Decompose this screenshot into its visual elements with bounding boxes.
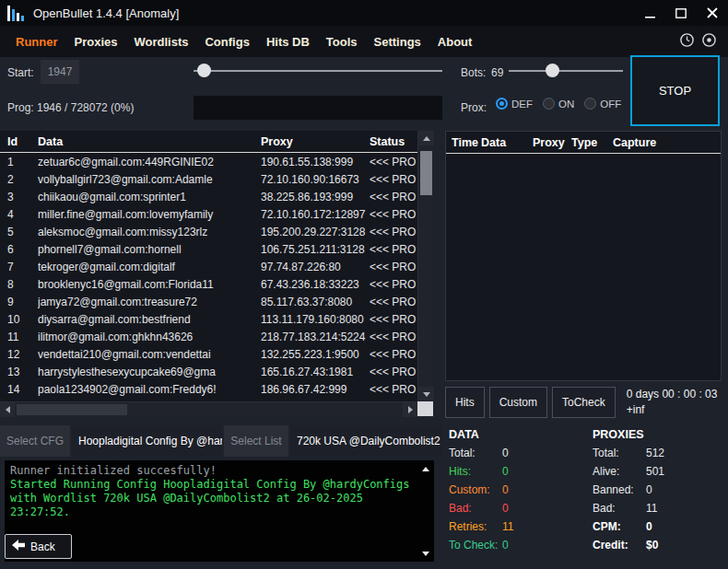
horizontal-scrollbar[interactable] (0, 401, 417, 416)
data-table: IdDataProxyStatus 1zetuar6c@gmail.com:44… (0, 131, 433, 416)
scroll-left-icon[interactable] (0, 402, 15, 417)
log-line: Runner initialized succesfully! (10, 464, 419, 478)
progress-label: Prog: 1946 / 728072 (0%) (7, 101, 134, 114)
close-icon[interactable] (697, 0, 728, 26)
log-scroll-up-icon[interactable] (420, 464, 431, 473)
prox-radio-on[interactable]: ON (543, 98, 574, 110)
table-row[interactable]: 5aleksmoc@gmail.com:missy123rlz195.200.2… (7, 224, 417, 241)
window-title: OpenBullet 1.4.4 [Anomaly] (33, 6, 179, 20)
menu-item-configs[interactable]: Configs (196, 29, 257, 54)
stat-bad: Bad:11 (593, 499, 726, 517)
cell-proxy: 186.96.67.42:999 (261, 381, 370, 399)
log-scroll-down-icon[interactable] (420, 549, 431, 558)
column-header-data[interactable]: Data (38, 135, 261, 148)
cell-data: ilitmor@gmail.com:ghkhn43626 (38, 329, 261, 346)
column-header-status[interactable]: Status (370, 135, 417, 148)
camera-icon[interactable] (701, 32, 717, 52)
column-header-id[interactable]: Id (7, 135, 38, 148)
scrollbar-thumb[interactable] (420, 151, 432, 195)
slider-thumb[interactable] (197, 64, 211, 77)
stat-cpm: CPM:0 (593, 517, 726, 536)
config-name: Hoopladigital Config By @har (72, 425, 222, 457)
vertical-scrollbar[interactable] (417, 131, 433, 401)
cell-status: <<< PRO (370, 381, 417, 399)
cell-proxy: 97.74.87.226:80 (261, 259, 370, 276)
cell-id: 4 (7, 206, 38, 224)
menu-item-settings[interactable]: Settings (366, 29, 429, 54)
start-input[interactable]: 1947 (41, 60, 79, 84)
cell-status: <<< PRO (370, 259, 417, 276)
stat-alive: Alive:501 (593, 462, 726, 481)
hits-tab[interactable]: Hits (445, 387, 485, 418)
select-cfg-button[interactable]: Select CFG (0, 425, 70, 457)
wordlist-name: 720k USA @DailyCombolist2 (290, 425, 442, 457)
cell-id: 8 (7, 276, 38, 294)
column-header-proxy[interactable]: Proxy (533, 136, 571, 149)
table-row[interactable]: 6phornell7@gmail.com:hornell106.75.251.2… (7, 241, 417, 259)
table-row[interactable]: 12vendettai210@gmail.com:vendettai132.25… (7, 346, 417, 364)
column-header-time[interactable]: Time (452, 136, 481, 149)
cell-id: 13 (7, 364, 38, 381)
column-header-data[interactable]: Data (481, 136, 533, 149)
radio-label: OFF (600, 99, 621, 110)
radio-icon (496, 98, 508, 110)
stat-total: Total:512 (593, 444, 726, 462)
table-row[interactable]: 1zetuar6c@gmail.com:449RGINIE02190.61.55… (7, 154, 417, 171)
cell-data: brooklenyc16@gmail.com:Florida11 (38, 276, 261, 294)
cell-id: 2 (7, 171, 38, 189)
runner-controls: Start: 1947 Bots: 69 Prog: 1946 / 728072… (0, 57, 728, 131)
menu-item-proxies[interactable]: Proxies (66, 29, 126, 54)
column-header-type[interactable]: Type (571, 136, 613, 149)
config-bar: Select CFG Hoopladigital Config By @har … (0, 425, 442, 457)
cell-status: <<< PRO (370, 224, 417, 241)
clock-icon[interactable] (679, 32, 695, 52)
cell-status: <<< PRO (370, 311, 417, 329)
table-row[interactable]: 4miller.fine@gmail.com:lovemyfamily72.10… (7, 206, 417, 224)
table-row[interactable]: 9jamya72@gmail.com:treasure7285.117.63.3… (7, 294, 417, 311)
column-header-proxy[interactable]: Proxy (261, 135, 370, 148)
table-row[interactable]: 2vollyballgirl723@gmail.com:Adamle72.10.… (7, 171, 417, 189)
prox-radio-off[interactable]: OFF (584, 98, 621, 110)
scroll-up-icon[interactable] (418, 131, 434, 145)
tocheck-tab[interactable]: ToCheck (552, 387, 616, 418)
maximize-icon[interactable] (665, 0, 697, 26)
stop-button[interactable]: STOP (630, 55, 720, 126)
table-row[interactable]: 13harrystylesthesexycupcake69@gma165.16.… (7, 364, 417, 381)
select-list-button[interactable]: Select List (224, 425, 288, 457)
stat-banned: Banned:0 (593, 481, 726, 499)
menu-item-runner[interactable]: Runner (7, 29, 66, 54)
cell-proxy: 218.77.183.214:5224 (261, 329, 370, 346)
prox-radio-def[interactable]: DEF (496, 98, 533, 110)
slider-thumb[interactable] (546, 64, 559, 77)
table-row[interactable]: 14paola1234902@gmail.com:Freddy6!186.96.… (7, 381, 417, 399)
start-slider[interactable] (194, 61, 442, 81)
table-row[interactable]: 3chiikaou@gmail.com:sprinter138.225.86.1… (7, 189, 417, 206)
scroll-down-icon[interactable] (418, 387, 434, 401)
cell-proxy: 195.200.29.227:3128 (261, 224, 370, 241)
back-button[interactable]: Back (5, 534, 72, 559)
cell-id: 11 (7, 329, 38, 346)
menu-item-about[interactable]: About (429, 29, 481, 54)
menu-icons (679, 32, 717, 52)
back-label: Back (30, 540, 55, 553)
cell-data: miller.fine@gmail.com:lovemyfamily (38, 206, 261, 224)
menu-item-wordlists[interactable]: Wordlists (125, 29, 196, 54)
menu-item-tools[interactable]: Tools (318, 29, 366, 54)
table-row[interactable]: 11ilitmor@gmail.com:ghkhn43626218.77.183… (7, 329, 417, 346)
scroll-right-icon[interactable] (403, 402, 417, 417)
stats-proxies: PROXIESTotal:512Alive:501Banned:0Bad:11C… (593, 425, 726, 554)
cell-status: <<< PRO (370, 189, 417, 206)
table-row[interactable]: 7tekroger@gmail.com:digitalf97.74.87.226… (7, 259, 417, 276)
minimize-icon[interactable] (634, 0, 665, 26)
cell-id: 1 (7, 154, 38, 171)
column-header-capture[interactable]: Capture (613, 136, 721, 149)
scrollbar-thumb[interactable] (17, 404, 127, 415)
table-row[interactable]: 10diysarra@gmail.com:bestfriend113.11.17… (7, 311, 417, 329)
bots-slider[interactable] (509, 61, 623, 81)
menu-item-hits-db[interactable]: Hits DB (258, 29, 318, 54)
stat-tocheck: To Check:0 (449, 536, 587, 554)
elapsed-time: 0 days 00 : 00 : 03 (627, 387, 718, 402)
custom-tab[interactable]: Custom (489, 387, 547, 418)
table-row[interactable]: 8brooklenyc16@gmail.com:Florida1167.43.2… (7, 276, 417, 294)
cell-proxy: 106.75.251.211:3128 (261, 241, 370, 259)
